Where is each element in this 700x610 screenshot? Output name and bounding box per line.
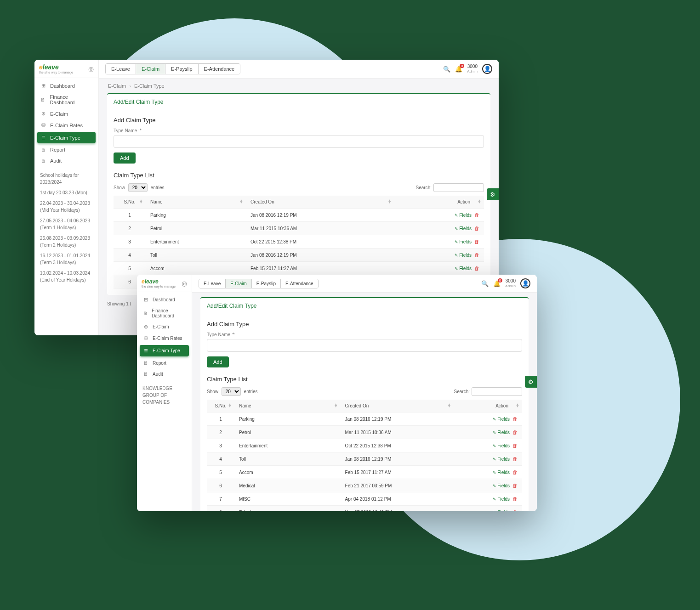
cell-sno: 8: [207, 506, 234, 512]
fields-link[interactable]: Fields: [455, 239, 472, 244]
tab-e-payslip[interactable]: E-Payslip: [165, 64, 198, 74]
top-tabs: E-LeaveE-ClaimE-PayslipE-Attendance: [199, 279, 319, 288]
search-input[interactable]: [472, 387, 522, 396]
col-sno[interactable]: S.No.▲▼: [207, 400, 234, 412]
type-name-input[interactable]: [207, 339, 522, 352]
sidebar-collapse-icon[interactable]: ◎: [88, 65, 94, 73]
tab-e-payslip[interactable]: E-Payslip: [252, 279, 281, 288]
sidebar-item-label: E-Claim: [153, 324, 169, 329]
add-claim-title: Add Claim Type: [207, 321, 522, 328]
avatar[interactable]: 👤: [520, 278, 530, 288]
report-icon: 🗎: [40, 147, 46, 152]
fields-link[interactable]: Fields: [455, 226, 472, 231]
entries-select[interactable]: 20: [222, 387, 241, 396]
fields-link[interactable]: Fields: [493, 510, 510, 511]
cell-created: Feb 15 2017 11:27 AM: [246, 262, 394, 275]
fields-link[interactable]: Fields: [455, 253, 472, 258]
add-button[interactable]: Add: [114, 152, 136, 164]
settings-gear-icon[interactable]: ⚙: [487, 188, 499, 200]
tab-e-leave[interactable]: E-Leave: [106, 64, 136, 74]
fields-link[interactable]: Fields: [493, 417, 510, 422]
notification-badge: 0: [498, 278, 502, 282]
col-name[interactable]: Name▲▼: [234, 400, 341, 412]
sidebar-item-report[interactable]: 🗎Report: [137, 357, 192, 368]
search-icon[interactable]: 🔍: [443, 66, 450, 73]
sidebar-item-e-claim[interactable]: ⊛E-Claim: [34, 108, 98, 119]
bell-icon[interactable]: 🔔 0: [455, 66, 462, 73]
e-claim-rates-icon: ⛁: [40, 122, 46, 128]
type-name-input[interactable]: [114, 135, 484, 148]
delete-icon[interactable]: 🗑: [512, 496, 518, 502]
search-input[interactable]: [433, 183, 484, 192]
cell-sno: 6: [207, 479, 234, 492]
sidebar-item-audit[interactable]: 🗎Audit: [34, 155, 98, 166]
sidebar-item-e-claim[interactable]: ⊛E-Claim: [137, 321, 192, 333]
fields-link[interactable]: Fields: [493, 457, 510, 462]
fields-link[interactable]: Fields: [455, 266, 472, 271]
tab-e-claim[interactable]: E-Claim: [226, 279, 252, 288]
cell-created: Oct 22 2015 12:38 PM: [246, 235, 394, 249]
delete-icon[interactable]: 🗑: [474, 226, 479, 231]
sidebar-item-report[interactable]: 🗎Report: [34, 144, 98, 155]
sidebar-item-label: Dashboard: [50, 83, 75, 89]
sidebar-item-audit[interactable]: 🗎Audit: [137, 368, 192, 379]
cell-name: Entertainment: [146, 235, 246, 249]
fields-link[interactable]: Fields: [455, 213, 472, 218]
sidebar-info-text: School holidays for 2023/2024: [40, 172, 93, 186]
sidebar-item-dashboard[interactable]: ⊞Dashboard: [34, 80, 98, 91]
sidebar-item-e-claim-rates[interactable]: ⛁E-Claim Rates: [137, 333, 192, 344]
delete-icon[interactable]: 🗑: [474, 265, 479, 271]
card-header: Add/Edit Claim Type: [107, 94, 490, 110]
delete-icon[interactable]: 🗑: [512, 483, 518, 488]
sidebar-item-label: E-Claim Type: [50, 135, 80, 141]
avatar[interactable]: 👤: [482, 64, 492, 74]
sidebar-info-text: 26.08.2023 - 03.09.2023 (Term 2 Holidays…: [40, 235, 93, 249]
col-name[interactable]: Name▲▼: [146, 196, 246, 209]
cell-sno: 7: [207, 492, 234, 506]
settings-gear-icon[interactable]: ⚙: [525, 376, 537, 388]
entries-select[interactable]: 20: [128, 183, 148, 192]
delete-icon[interactable]: 🗑: [512, 456, 518, 462]
fields-link[interactable]: Fields: [493, 483, 510, 488]
fields-link[interactable]: Fields: [493, 430, 510, 435]
delete-icon[interactable]: 🗑: [474, 212, 479, 218]
sidebar-info-text: 1st day 20.03.23 (Mon): [40, 189, 93, 196]
sidebar-item-e-claim-type[interactable]: ≣E-Claim Type: [37, 132, 96, 143]
cell-sno: 1: [114, 209, 146, 222]
search-icon[interactable]: 🔍: [481, 280, 489, 287]
delete-icon[interactable]: 🗑: [512, 509, 518, 511]
sidebar-item-label: Audit: [50, 158, 62, 164]
col-created[interactable]: Created On▲▼: [341, 400, 454, 412]
col-sno[interactable]: S.No.▲▼: [114, 196, 146, 209]
breadcrumb-root[interactable]: E-Claim: [108, 83, 126, 89]
tab-e-leave[interactable]: E-Leave: [199, 279, 226, 288]
sidebar-item-e-claim-type[interactable]: ≣E-Claim Type: [140, 345, 189, 356]
add-claim-title: Add Claim Type: [114, 117, 484, 124]
bell-icon[interactable]: 🔔 0: [493, 280, 501, 287]
table-row: 3EntertainmentOct 22 2015 12:38 PMFields…: [207, 439, 522, 452]
fields-link[interactable]: Fields: [493, 443, 510, 448]
user-info: 3000 Admin: [505, 278, 516, 288]
delete-icon[interactable]: 🗑: [474, 252, 479, 258]
sidebar-collapse-icon[interactable]: ◎: [182, 280, 187, 287]
delete-icon[interactable]: 🗑: [512, 429, 518, 435]
sidebar-item-dashboard[interactable]: ⊞Dashboard: [137, 294, 192, 305]
fields-link[interactable]: Fields: [493, 470, 510, 475]
add-button[interactable]: Add: [207, 356, 229, 367]
delete-icon[interactable]: 🗑: [512, 469, 518, 475]
tab-e-attendance[interactable]: E-Attendance: [199, 64, 240, 74]
delete-icon[interactable]: 🗑: [512, 443, 518, 448]
delete-icon[interactable]: 🗑: [474, 239, 479, 244]
sidebar-item-finance-dashboard[interactable]: 🗎Finance Dashboard: [137, 305, 192, 321]
tab-e-attendance[interactable]: E-Attendance: [281, 279, 318, 288]
tab-e-claim[interactable]: E-Claim: [136, 64, 165, 74]
sidebar-item-finance-dashboard[interactable]: 🗎Finance Dashboard: [34, 91, 98, 108]
cell-created: Jan 08 2016 12:19 PM: [246, 209, 394, 222]
cell-created: Jan 08 2016 12:19 PM: [341, 412, 454, 426]
table-row: 3EntertainmentOct 22 2015 12:38 PMFields…: [114, 235, 484, 249]
sidebar-item-e-claim-rates[interactable]: ⛁E-Claim Rates: [34, 119, 98, 131]
delete-icon[interactable]: 🗑: [512, 416, 518, 422]
fields-link[interactable]: Fields: [493, 497, 510, 502]
table-row: 1ParkingJan 08 2016 12:19 PMFields🗑: [207, 412, 522, 426]
col-created[interactable]: Created On▲▼: [246, 196, 394, 209]
